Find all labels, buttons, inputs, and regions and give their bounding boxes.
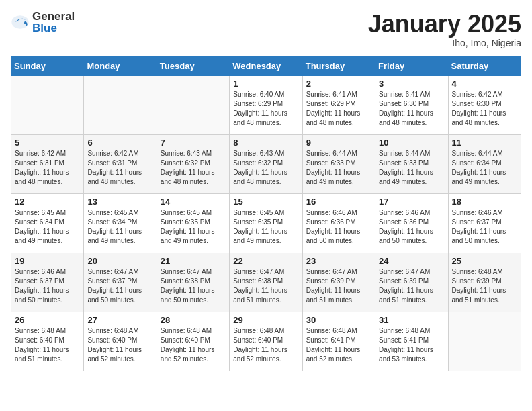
day-number: 24 bbox=[379, 256, 444, 266]
calendar-cell: 5Sunrise: 6:42 AM Sunset: 6:31 PM Daylig… bbox=[11, 134, 84, 193]
day-info: Sunrise: 6:42 AM Sunset: 6:30 PM Dayligh… bbox=[452, 90, 517, 128]
weekday-header-monday: Monday bbox=[84, 56, 157, 75]
day-info: Sunrise: 6:46 AM Sunset: 6:36 PM Dayligh… bbox=[306, 208, 371, 246]
week-row-5: 26Sunrise: 6:48 AM Sunset: 6:40 PM Dayli… bbox=[11, 312, 521, 371]
calendar-cell: 1Sunrise: 6:40 AM Sunset: 6:29 PM Daylig… bbox=[230, 75, 302, 134]
day-number: 17 bbox=[379, 197, 444, 207]
day-info: Sunrise: 6:46 AM Sunset: 6:36 PM Dayligh… bbox=[379, 208, 444, 246]
calendar-cell: 28Sunrise: 6:48 AM Sunset: 6:40 PM Dayli… bbox=[157, 312, 229, 371]
calendar-cell: 18Sunrise: 6:46 AM Sunset: 6:37 PM Dayli… bbox=[448, 193, 521, 253]
day-number: 25 bbox=[452, 256, 517, 266]
day-number: 30 bbox=[306, 315, 371, 325]
day-number: 11 bbox=[452, 138, 517, 148]
day-info: Sunrise: 6:44 AM Sunset: 6:34 PM Dayligh… bbox=[452, 149, 517, 187]
day-number: 26 bbox=[15, 315, 80, 325]
calendar-cell: 29Sunrise: 6:48 AM Sunset: 6:40 PM Dayli… bbox=[230, 312, 302, 371]
calendar-cell: 21Sunrise: 6:47 AM Sunset: 6:38 PM Dayli… bbox=[157, 253, 229, 312]
day-info: Sunrise: 6:43 AM Sunset: 6:32 PM Dayligh… bbox=[161, 149, 226, 187]
day-number: 4 bbox=[452, 79, 517, 89]
calendar-cell: 15Sunrise: 6:45 AM Sunset: 6:35 PM Dayli… bbox=[230, 193, 302, 253]
logo: General Blue bbox=[11, 11, 75, 34]
day-number: 7 bbox=[161, 138, 226, 148]
week-row-1: 1Sunrise: 6:40 AM Sunset: 6:29 PM Daylig… bbox=[11, 75, 521, 134]
calendar-cell: 27Sunrise: 6:48 AM Sunset: 6:40 PM Dayli… bbox=[84, 312, 157, 371]
location: Iho, Imo, Nigeria bbox=[368, 38, 521, 48]
calendar-cell: 6Sunrise: 6:42 AM Sunset: 6:31 PM Daylig… bbox=[84, 134, 157, 193]
calendar-cell: 12Sunrise: 6:45 AM Sunset: 6:34 PM Dayli… bbox=[11, 193, 84, 253]
day-number: 2 bbox=[306, 79, 371, 89]
day-number: 27 bbox=[87, 315, 152, 325]
page-header: General Blue January 2025 Iho, Imo, Nige… bbox=[11, 11, 521, 48]
day-info: Sunrise: 6:44 AM Sunset: 6:33 PM Dayligh… bbox=[379, 149, 444, 187]
calendar-cell: 8Sunrise: 6:43 AM Sunset: 6:32 PM Daylig… bbox=[230, 134, 302, 193]
day-info: Sunrise: 6:47 AM Sunset: 6:38 PM Dayligh… bbox=[233, 267, 298, 305]
logo-icon bbox=[11, 13, 30, 32]
calendar-cell: 25Sunrise: 6:48 AM Sunset: 6:39 PM Dayli… bbox=[448, 253, 521, 312]
day-number: 13 bbox=[87, 197, 152, 207]
logo-blue: Blue bbox=[32, 22, 75, 34]
day-number: 9 bbox=[306, 138, 371, 148]
day-number: 29 bbox=[233, 315, 298, 325]
title-block: January 2025 Iho, Imo, Nigeria bbox=[368, 11, 521, 48]
day-info: Sunrise: 6:41 AM Sunset: 6:29 PM Dayligh… bbox=[306, 90, 371, 128]
day-info: Sunrise: 6:48 AM Sunset: 6:41 PM Dayligh… bbox=[379, 326, 444, 364]
day-number: 18 bbox=[452, 197, 517, 207]
day-info: Sunrise: 6:48 AM Sunset: 6:40 PM Dayligh… bbox=[15, 326, 80, 364]
calendar-cell: 22Sunrise: 6:47 AM Sunset: 6:38 PM Dayli… bbox=[230, 253, 302, 312]
day-info: Sunrise: 6:48 AM Sunset: 6:40 PM Dayligh… bbox=[161, 326, 226, 364]
day-info: Sunrise: 6:47 AM Sunset: 6:37 PM Dayligh… bbox=[87, 267, 152, 305]
weekday-header-saturday: Saturday bbox=[448, 56, 521, 75]
week-row-3: 12Sunrise: 6:45 AM Sunset: 6:34 PM Dayli… bbox=[11, 193, 521, 253]
day-number: 10 bbox=[379, 138, 444, 148]
day-info: Sunrise: 6:47 AM Sunset: 6:39 PM Dayligh… bbox=[306, 267, 371, 305]
weekday-header-friday: Friday bbox=[375, 56, 448, 75]
month-title: January 2025 bbox=[368, 11, 521, 38]
day-number: 1 bbox=[233, 79, 298, 89]
day-info: Sunrise: 6:45 AM Sunset: 6:35 PM Dayligh… bbox=[161, 208, 226, 246]
day-number: 3 bbox=[379, 79, 444, 89]
week-row-2: 5Sunrise: 6:42 AM Sunset: 6:31 PM Daylig… bbox=[11, 134, 521, 193]
day-number: 14 bbox=[161, 197, 226, 207]
calendar-cell: 3Sunrise: 6:41 AM Sunset: 6:30 PM Daylig… bbox=[375, 75, 448, 134]
calendar-cell: 4Sunrise: 6:42 AM Sunset: 6:30 PM Daylig… bbox=[448, 75, 521, 134]
calendar-cell: 30Sunrise: 6:48 AM Sunset: 6:41 PM Dayli… bbox=[302, 312, 375, 371]
day-number: 8 bbox=[233, 138, 298, 148]
day-info: Sunrise: 6:48 AM Sunset: 6:41 PM Dayligh… bbox=[306, 326, 371, 364]
day-number: 21 bbox=[161, 256, 226, 266]
calendar-cell: 17Sunrise: 6:46 AM Sunset: 6:36 PM Dayli… bbox=[375, 193, 448, 253]
calendar-cell: 31Sunrise: 6:48 AM Sunset: 6:41 PM Dayli… bbox=[375, 312, 448, 371]
calendar-cell bbox=[84, 75, 157, 134]
calendar-cell bbox=[157, 75, 229, 134]
day-number: 16 bbox=[306, 197, 371, 207]
logo-general: General bbox=[32, 11, 75, 22]
day-number: 22 bbox=[233, 256, 298, 266]
calendar-cell: 13Sunrise: 6:45 AM Sunset: 6:34 PM Dayli… bbox=[84, 193, 157, 253]
day-number: 28 bbox=[161, 315, 226, 325]
day-number: 6 bbox=[87, 138, 152, 148]
calendar-cell: 26Sunrise: 6:48 AM Sunset: 6:40 PM Dayli… bbox=[11, 312, 84, 371]
day-info: Sunrise: 6:48 AM Sunset: 6:40 PM Dayligh… bbox=[233, 326, 298, 364]
day-info: Sunrise: 6:46 AM Sunset: 6:37 PM Dayligh… bbox=[452, 208, 517, 246]
day-info: Sunrise: 6:44 AM Sunset: 6:33 PM Dayligh… bbox=[306, 149, 371, 187]
calendar-cell: 24Sunrise: 6:47 AM Sunset: 6:39 PM Dayli… bbox=[375, 253, 448, 312]
day-number: 5 bbox=[15, 138, 80, 148]
day-info: Sunrise: 6:45 AM Sunset: 6:34 PM Dayligh… bbox=[87, 208, 152, 246]
calendar-cell: 2Sunrise: 6:41 AM Sunset: 6:29 PM Daylig… bbox=[302, 75, 375, 134]
calendar-cell: 7Sunrise: 6:43 AM Sunset: 6:32 PM Daylig… bbox=[157, 134, 229, 193]
day-info: Sunrise: 6:48 AM Sunset: 6:40 PM Dayligh… bbox=[87, 326, 152, 364]
day-info: Sunrise: 6:48 AM Sunset: 6:39 PM Dayligh… bbox=[452, 267, 517, 305]
day-info: Sunrise: 6:47 AM Sunset: 6:38 PM Dayligh… bbox=[161, 267, 226, 305]
logo-text: General Blue bbox=[32, 11, 75, 34]
weekday-header-sunday: Sunday bbox=[11, 56, 84, 75]
calendar-table: SundayMondayTuesdayWednesdayThursdayFrid… bbox=[11, 56, 521, 371]
calendar-cell bbox=[448, 312, 521, 371]
day-number: 31 bbox=[379, 315, 444, 325]
day-number: 20 bbox=[87, 256, 152, 266]
day-number: 15 bbox=[233, 197, 298, 207]
day-number: 23 bbox=[306, 256, 371, 266]
week-row-4: 19Sunrise: 6:46 AM Sunset: 6:37 PM Dayli… bbox=[11, 253, 521, 312]
day-info: Sunrise: 6:41 AM Sunset: 6:30 PM Dayligh… bbox=[379, 90, 444, 128]
calendar-cell bbox=[11, 75, 84, 134]
day-info: Sunrise: 6:46 AM Sunset: 6:37 PM Dayligh… bbox=[15, 267, 80, 305]
day-info: Sunrise: 6:45 AM Sunset: 6:35 PM Dayligh… bbox=[233, 208, 298, 246]
